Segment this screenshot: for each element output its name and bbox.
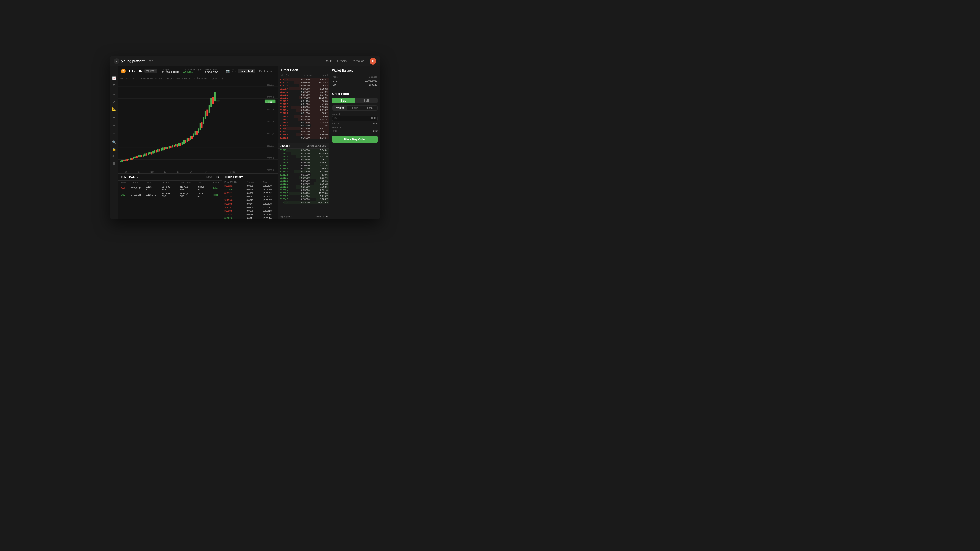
ob-sell-row: 31577,8 0.25000 7,894,5 [278,106,329,109]
market-badge[interactable]: Market ▾ [145,69,158,73]
list-item: 31212,1 0.0065 15:07:00 [222,184,278,188]
ob-sell-row: 31570,9 0.06200 1,957,4 [278,130,329,133]
svg-rect-25 [120,161,121,162]
fullscreen-icon[interactable]: ⛶ [232,69,235,73]
eye-tool[interactable]: 👁 [111,153,117,159]
nav-links: Trade Orders Portfolios F [324,58,376,65]
pattern-tool[interactable]: ≡ [111,130,117,136]
zoom-tool[interactable]: 🔍 [111,139,117,145]
logo: ✓ young platform PRO [114,59,153,64]
open-tab[interactable]: Open [206,175,212,179]
svg-rect-75 [161,148,162,151]
volume-stat: 24h Volume 2,354 BTC [205,68,218,74]
measure-tool[interactable]: 📐 [111,106,117,112]
ob-buy-row: 31215,9 0.20000 6,243,2 [278,161,329,164]
col-status: Status [210,181,222,185]
svg-rect-109 [188,138,189,141]
filled-orders-title: Filled Orders [121,176,138,179]
discount-row: Discount [332,126,378,129]
svg-rect-45 [136,156,137,158]
svg-rect-107 [186,138,188,141]
chart-tool[interactable]: 📈 [111,75,117,81]
lock-tool[interactable]: 🔒 [111,146,117,152]
ob-sell-row: 31577,4 0.06700 2,115,7 [278,109,329,112]
delete-tool[interactable]: 🗑 [111,160,117,167]
trade-history: Trade History Price (EUR) Amount Time [222,174,278,219]
list-item: 31212,1 0.0096 15:06:52 [222,191,278,195]
svg-rect-29 [123,160,124,161]
ob-sell-row: 31577,8 0.01700 536,8 [278,100,329,103]
limit-tab[interactable]: Limit [347,106,363,110]
svg-text:32000,5: 32000,5 [267,96,274,98]
screenshot-icon[interactable]: 📷 [226,69,230,73]
nav-orders[interactable]: Orders [337,59,347,64]
ob-buy-rows: 31222,4 0.16800 5,345,4 31222,3 0.33500 … [278,149,329,214]
svg-rect-87 [170,146,172,148]
user-avatar[interactable]: F [369,58,376,65]
arrow-tool[interactable]: ↗ [111,99,117,105]
nav-portfolios[interactable]: Portfolios [352,59,364,64]
svg-rect-125 [201,123,202,127]
ob-buy-row: 31209,4 0.05000 2,091,0 [278,189,329,192]
ob-agg-plus[interactable]: + [326,215,328,218]
fees-label: Fees = [332,122,339,125]
crosshair-tool[interactable]: ✛ [111,68,117,74]
ob-agg-minus[interactable]: − [323,215,325,218]
place-buy-order-button[interactable]: Place Buy Order [332,136,378,143]
col-side: Side [118,181,128,185]
svg-text:31228.2: 31228.2 [266,100,272,103]
wallet-col-asset: Asset [332,75,347,79]
chart-canvas[interactable]: BTC7USDT · 1D 0 · Aper.31168,7 H · Max.3… [118,76,278,173]
col-date: Date [195,181,210,185]
nav-trade[interactable]: Trade [324,58,332,64]
svg-rect-113 [191,136,192,139]
buy-tab[interactable]: Buy [332,98,355,103]
ob-buy-row: 31212,1 0.25000 7,802,5 [278,186,329,189]
ob-price-header: Price (USDT) [280,74,294,77]
settings-tool[interactable]: ⚙ [111,82,117,88]
depth-chart-tab[interactable]: Depth chart [257,69,275,73]
svg-rect-79 [164,148,165,150]
list-item: 31215,9 0.0044 15:06:59 [222,188,278,191]
price-change-stat: 24h price change +2.09% [183,68,200,74]
svg-rect-69 [156,150,157,152]
ob-spread: 31228.2 Spread 317.4 USDT [278,143,329,149]
fees-currency: EUR [373,122,378,125]
svg-rect-55 [145,154,145,156]
top-navigation: ✓ young platform PRO Trade Orders Portfo… [110,56,380,66]
svg-rect-63 [151,152,152,154]
toolbar-divider-3 [112,137,116,138]
th-col-price: Price (EUR) [222,180,244,184]
svg-text:24000,5: 24000,5 [267,144,274,147]
svg-rect-101 [182,142,183,144]
stop-tab[interactable]: Stop [363,106,377,110]
svg-rect-121 [198,129,199,133]
ob-sell-row: 31576,0 0.77500 24,471,4 [278,127,329,130]
ob-sell-row: 31576,2 0.07900 2,494,5 [278,121,329,124]
right-panel: Wallet Balance Asset Balance BTC0.000000… [329,66,380,219]
market-tab[interactable]: Market [332,106,347,110]
trade-history-header: Trade History [222,174,278,180]
svg-text:10: 10 [204,170,207,173]
svg-rect-31 [125,160,126,161]
chart-tabs: 📷 ⛶ Price chart Depth chart [226,69,275,73]
svg-rect-139 [215,92,216,100]
price-chart-tab[interactable]: Price chart [238,69,255,73]
ob-aggregation: Aggregation 0.01 − + [278,213,329,219]
ob-buy-row: 31222,2 0.26000 8,117,8 [278,155,329,158]
svg-rect-99 [180,144,181,146]
svg-text:5m: 5m [190,170,192,173]
amount-input[interactable] [334,117,371,120]
ob-agg-label: Aggregation [280,215,293,218]
text-tool[interactable]: T [111,115,117,121]
svg-rect-37 [130,158,131,159]
sell-tab[interactable]: Sell [355,98,378,103]
ob-amount-header: Amount [304,74,312,77]
fills-tab[interactable]: Fills [215,175,220,179]
fib-tool[interactable]: ✂ [111,122,117,129]
pen-tool[interactable]: ✏ [111,92,117,98]
toolbar-divider [112,90,116,90]
svg-text:10: 10 [125,170,127,173]
svg-rect-77 [162,148,163,150]
logo-icon: ✓ [114,59,119,64]
